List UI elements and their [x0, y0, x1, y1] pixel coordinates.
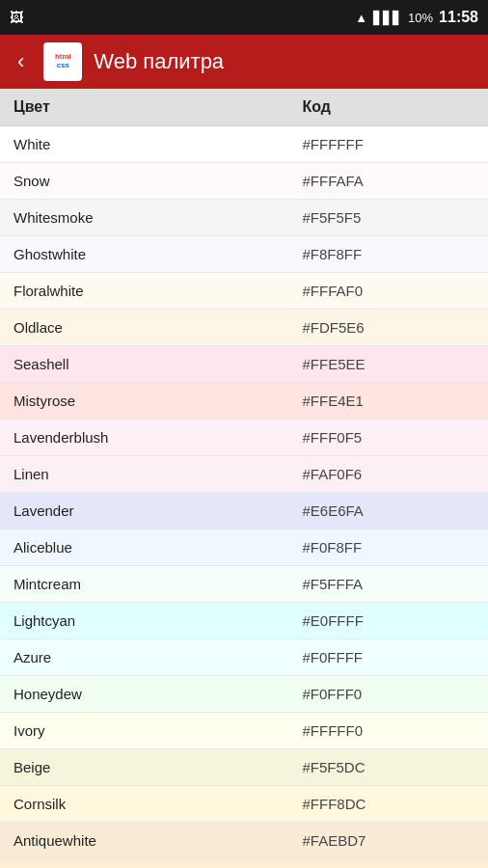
table-row[interactable]: White#FFFFFF [0, 126, 488, 163]
table-row[interactable]: Honeydew#F0FFF0 [0, 676, 488, 713]
app-bar: ‹ html css Web палитра [0, 35, 488, 89]
color-name: Linen [0, 456, 289, 493]
color-code: #FDF5E6 [289, 310, 489, 346]
color-code: #FAF0F6 [289, 456, 489, 493]
color-name: Antiquewhite [0, 823, 289, 859]
color-name: Lightcyan [0, 603, 289, 639]
color-name: Beige [0, 749, 289, 786]
color-name: Lavender [0, 493, 289, 529]
back-button[interactable]: ‹ [10, 45, 32, 78]
table-row[interactable]: Snow#FFFAFA [0, 163, 488, 200]
header-color: Цвет [0, 89, 289, 126]
status-time: 11:58 [439, 9, 478, 26]
color-name: Whitesmoke [0, 200, 289, 236]
color-code: #F8F8FF [289, 236, 489, 273]
status-right: ▲ ▋▋▋ 10% 11:58 [355, 9, 478, 26]
app-title: Web палитра [94, 49, 224, 74]
color-code: #FFEED5 [289, 859, 489, 869]
table-row[interactable]: Oldlace#FDF5E6 [0, 310, 488, 346]
color-code: #FFE5EE [289, 346, 489, 383]
color-name: Papayawhip [0, 859, 289, 869]
color-name: Cornsilk [0, 786, 289, 823]
color-name: Lavenderblush [0, 420, 289, 456]
color-code: #F5F5F5 [289, 200, 489, 236]
color-name: Snow [0, 163, 289, 200]
table-row[interactable]: Mistyrose#FFE4E1 [0, 383, 488, 420]
wifi-icon: ▲ [355, 11, 367, 25]
table-row[interactable]: Lavenderblush#FFF0F5 [0, 420, 488, 456]
table-row[interactable]: Mintcream#F5FFFA [0, 566, 488, 603]
color-name: Mistyrose [0, 383, 289, 420]
color-code: #F0F8FF [289, 529, 489, 566]
table-row[interactable]: Antiquewhite#FAEBD7 [0, 823, 488, 859]
header-code: Код [289, 89, 489, 126]
color-name: Oldlace [0, 310, 289, 346]
color-code: #FFFAFA [289, 163, 489, 200]
table-row[interactable]: Seashell#FFE5EE [0, 346, 488, 383]
color-code: #FFFFFF [289, 126, 489, 163]
color-name: Ghostwhite [0, 236, 289, 273]
color-table-container: Цвет Код White#FFFFFFSnow#FFFAFAWhitesmo… [0, 89, 488, 868]
table-row[interactable]: Papayawhip#FFEED5 [0, 859, 488, 869]
color-code: #FFFFF0 [289, 713, 489, 749]
color-name: Azure [0, 639, 289, 676]
table-row[interactable]: Lightcyan#E0FFFF [0, 603, 488, 639]
status-bar: 🖼 ▲ ▋▋▋ 10% 11:58 [0, 0, 488, 35]
color-code: #F0FFFF [289, 639, 489, 676]
color-name: Mintcream [0, 566, 289, 603]
color-code: #FFF8DC [289, 786, 489, 823]
color-code: #E6E6FA [289, 493, 489, 529]
app-icon: html css [43, 42, 82, 81]
table-row[interactable]: Aliceblue#F0F8FF [0, 529, 488, 566]
css-label: css [57, 62, 69, 70]
color-code: #E0FFFF [289, 603, 489, 639]
photo-icon: 🖼 [10, 10, 23, 25]
color-name: Honeydew [0, 676, 289, 713]
table-row[interactable]: Beige#F5F5DC [0, 749, 488, 786]
table-header-row: Цвет Код [0, 89, 488, 126]
color-code: #F5F5DC [289, 749, 489, 786]
battery-label: 10% [408, 11, 433, 25]
color-name: Ivory [0, 713, 289, 749]
table-row[interactable]: Ghostwhite#F8F8FF [0, 236, 488, 273]
color-code: #F5FFFA [289, 566, 489, 603]
color-code: #F0FFF0 [289, 676, 489, 713]
color-code: #FFF0F5 [289, 420, 489, 456]
color-code: #FFFAF0 [289, 273, 489, 310]
table-row[interactable]: Linen#FAF0F6 [0, 456, 488, 493]
table-row[interactable]: Cornsilk#FFF8DC [0, 786, 488, 823]
status-left: 🖼 [10, 10, 23, 25]
signal-icon: ▋▋▋ [373, 11, 402, 25]
color-code: #FAEBD7 [289, 823, 489, 859]
color-table: Цвет Код White#FFFFFFSnow#FFFAFAWhitesmo… [0, 89, 488, 868]
table-row[interactable]: Azure#F0FFFF [0, 639, 488, 676]
table-row[interactable]: Ivory#FFFFF0 [0, 713, 488, 749]
color-name: Seashell [0, 346, 289, 383]
table-row[interactable]: Whitesmoke#F5F5F5 [0, 200, 488, 236]
color-code: #FFE4E1 [289, 383, 489, 420]
table-row[interactable]: Lavender#E6E6FA [0, 493, 488, 529]
color-name: White [0, 126, 289, 163]
color-name: Aliceblue [0, 529, 289, 566]
table-row[interactable]: Floralwhite#FFFAF0 [0, 273, 488, 310]
color-name: Floralwhite [0, 273, 289, 310]
